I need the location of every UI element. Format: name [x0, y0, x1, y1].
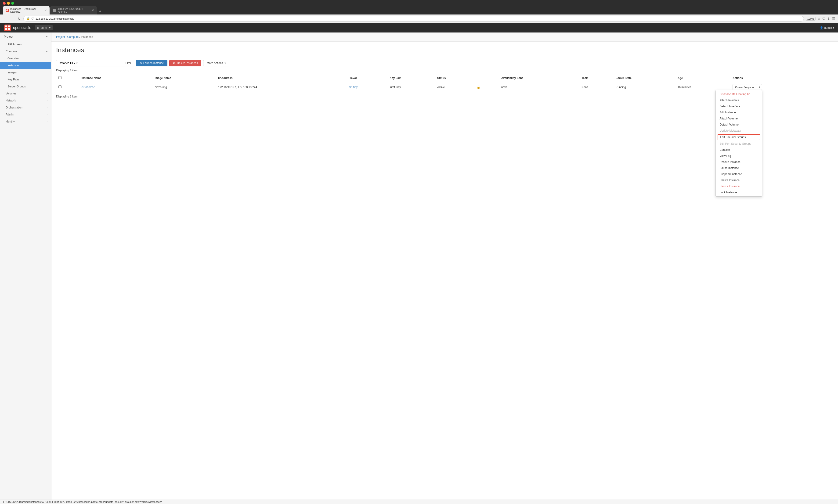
- tab-close-cirros[interactable]: ✕: [92, 8, 94, 12]
- sidebar-project-label: Project: [4, 35, 13, 38]
- admin-user-menu[interactable]: 👤 admin ▾: [820, 26, 834, 30]
- traffic-lights: [3, 2, 835, 5]
- col-power-state: Power State: [613, 74, 675, 82]
- tab-instances[interactable]: Instances - OpenStack Dashbo... ✕: [3, 6, 50, 15]
- actions-toggle-button[interactable]: ▾: [756, 84, 762, 90]
- sidebar-item-overview[interactable]: Overview: [0, 55, 51, 62]
- dropdown-shelve-instance[interactable]: Shelve Instance: [716, 177, 762, 183]
- back-button[interactable]: ←: [3, 16, 8, 21]
- col-instance-name: Instance Name: [79, 74, 153, 82]
- sidebar-item-api-access[interactable]: API Access: [0, 41, 51, 48]
- download-icon[interactable]: ⬇: [827, 17, 830, 21]
- sidebar-network-header[interactable]: Network ›: [0, 97, 51, 104]
- sidebar-admin-header[interactable]: Admin ›: [0, 111, 51, 118]
- actions-dropdown-menu: Disassociate Floating IP Attach Interfac…: [715, 90, 762, 197]
- table-body: cirros-vm-1 cirros-img 172.16.99.197, 17…: [56, 82, 833, 92]
- browser-toolbar: ← → ↻ 🔒 🛡 172.168.12.200/project/instanc…: [0, 15, 838, 23]
- col-task: Task: [579, 74, 613, 82]
- flavor-link[interactable]: m1.tiny: [349, 86, 358, 89]
- col-checkbox: [56, 74, 79, 82]
- maximize-button[interactable]: [11, 2, 14, 5]
- displaying-count-top: Displaying 1 item: [56, 69, 833, 72]
- sidebar-admin-label: Admin: [6, 113, 14, 116]
- actions-group: Create Snapshot ▾: [733, 84, 763, 90]
- dropdown-attach-volume[interactable]: Attach Volume: [716, 115, 762, 122]
- sidebar-item-server-groups[interactable]: Server Groups: [0, 83, 51, 90]
- dropdown-edit-security-groups[interactable]: Edit Security Groups: [718, 134, 760, 140]
- instances-table: Instance Name Image Name IP Address Flav…: [56, 74, 833, 92]
- dropdown-attach-interface[interactable]: Attach Interface: [716, 97, 762, 103]
- close-button[interactable]: [3, 2, 6, 5]
- new-tab-button[interactable]: +: [97, 8, 103, 15]
- dropdown-disassociate-floating-ip[interactable]: Disassociate Floating IP: [716, 91, 762, 97]
- sidebar-item-instances[interactable]: Instances: [0, 62, 51, 69]
- row-flavor: m1.tiny: [346, 82, 387, 92]
- forward-button[interactable]: →: [10, 16, 15, 21]
- sidebar-orchestration-header[interactable]: Orchestration ›: [0, 104, 51, 111]
- filter-button[interactable]: Filter: [122, 60, 134, 66]
- filter-select[interactable]: Instance ID = ▾: [56, 60, 80, 66]
- filter-group: Instance ID = ▾ Filter: [56, 60, 134, 66]
- main-content: Project / Compute / Instances Instances …: [51, 33, 838, 504]
- actions-dropdown: Create Snapshot ▾ Disassociate Floating …: [733, 84, 763, 90]
- menu-icon[interactable]: ☰: [832, 17, 835, 21]
- filter-select-label: Instance ID =: [59, 61, 75, 65]
- row-image-name: cirros-img: [153, 82, 216, 92]
- sidebar-item-key-pairs[interactable]: Key Pairs: [0, 76, 51, 83]
- row-key-pair: luthfi-key: [387, 82, 435, 92]
- dropdown-lock-instance[interactable]: Lock Instance: [716, 190, 762, 195]
- admin-menu[interactable]: ⊞ admin ▾: [35, 25, 53, 30]
- breadcrumb-project[interactable]: Project: [56, 35, 65, 39]
- sidebar-project-chevron: ▾: [46, 35, 48, 38]
- svg-rect-5: [8, 28, 10, 30]
- dropdown-rescue-instance[interactable]: Rescue Instance: [716, 159, 762, 165]
- sidebar-orchestration-label: Orchestration: [6, 106, 22, 109]
- minimize-button[interactable]: [7, 2, 10, 5]
- create-snapshot-button[interactable]: Create Snapshot: [733, 84, 757, 90]
- sidebar-orchestration-chevron: ›: [47, 106, 48, 109]
- dropdown-resize-instance[interactable]: Resize Instance: [716, 183, 762, 190]
- dropdown-suspend-instance[interactable]: Suspend Instance: [716, 171, 762, 177]
- sidebar-network-label: Network: [6, 99, 16, 102]
- bookmark-icon[interactable]: ☆: [817, 17, 820, 21]
- dropdown-console[interactable]: Console: [716, 147, 762, 153]
- more-actions-button[interactable]: More Actions ▾: [203, 60, 229, 66]
- svg-rect-1: [4, 24, 11, 31]
- tab-close-instances[interactable]: ✕: [44, 8, 47, 12]
- row-power-state: Running: [613, 82, 675, 92]
- dropdown-pause-instance[interactable]: Pause Instance: [716, 165, 762, 171]
- dropdown-update-metadata[interactable]: Update Metadata: [716, 128, 762, 134]
- breadcrumb-compute[interactable]: Compute: [67, 35, 78, 39]
- select-all-checkbox[interactable]: [58, 76, 61, 79]
- admin-grid-icon: ⊞: [37, 26, 39, 30]
- url-bar[interactable]: 🔒 🛡 172.168.12.200/project/instances/: [23, 16, 804, 21]
- svg-rect-3: [8, 25, 10, 28]
- table-head: Instance Name Image Name IP Address Flav…: [56, 74, 833, 82]
- instance-link[interactable]: cirros-vm-1: [82, 86, 96, 89]
- row-select-checkbox[interactable]: [58, 85, 61, 88]
- toolbar: Instance ID = ▾ Filter ⊕ Launch Instance…: [51, 57, 838, 69]
- sidebar-volumes-header[interactable]: Volumes ›: [0, 90, 51, 97]
- table-header-row: Instance Name Image Name IP Address Flav…: [56, 74, 833, 82]
- sidebar-volumes-chevron: ›: [47, 92, 48, 95]
- col-ip-address: IP Address: [216, 74, 346, 82]
- delete-instances-button[interactable]: 🗑 Delete Instances: [169, 60, 201, 66]
- col-age: Age: [675, 74, 730, 82]
- filter-input[interactable]: [80, 60, 122, 66]
- dropdown-detach-volume[interactable]: Detach Volume: [716, 122, 762, 128]
- launch-instance-button[interactable]: ⊕ Launch Instance: [136, 60, 167, 66]
- url-text: 172.168.12.200/project/instances/: [36, 17, 74, 20]
- tab-cirros[interactable]: cirros-vm-1(6779ed84-7d4f-4... ✕: [50, 6, 97, 15]
- dropdown-edit-port-security-groups[interactable]: Edit Port Security Groups: [716, 141, 762, 147]
- dropdown-detach-interface[interactable]: Detach Interface: [716, 103, 762, 109]
- sidebar-item-images[interactable]: Images: [0, 69, 51, 76]
- shield-check-icon[interactable]: 🛡: [822, 17, 826, 21]
- refresh-button[interactable]: ↻: [17, 16, 21, 21]
- dropdown-view-log[interactable]: View Log: [716, 153, 762, 159]
- svg-rect-2: [5, 25, 7, 28]
- sidebar-project-header[interactable]: Project ▾: [0, 33, 51, 41]
- dropdown-edit-instance[interactable]: Edit Instance: [716, 109, 762, 115]
- sidebar-compute-header[interactable]: Compute ▾: [0, 48, 51, 55]
- user-icon: 👤: [820, 26, 823, 30]
- sidebar-identity-header[interactable]: Identity ›: [0, 118, 51, 125]
